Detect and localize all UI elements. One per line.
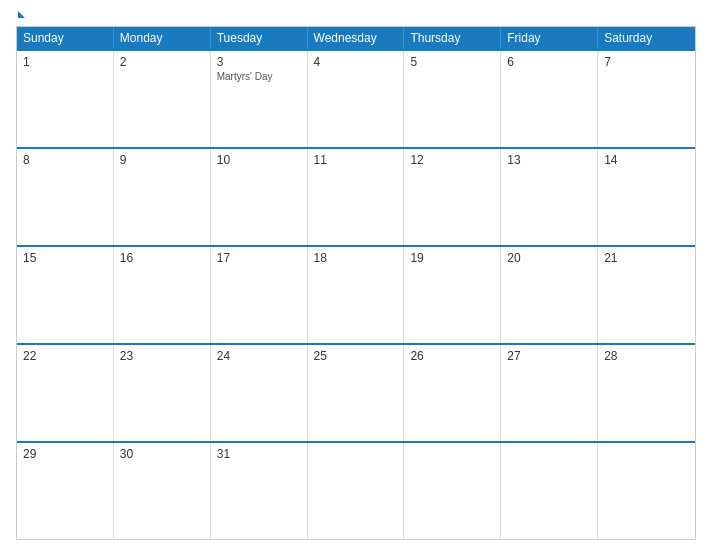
day-number: 25 [314, 349, 398, 363]
day-cell [404, 443, 501, 539]
day-number: 21 [604, 251, 689, 265]
day-number: 7 [604, 55, 689, 69]
day-cell: 19 [404, 247, 501, 343]
day-header-friday: Friday [501, 27, 598, 49]
day-cell: 27 [501, 345, 598, 441]
day-cell: 7 [598, 51, 695, 147]
week-row-4: 22232425262728 [17, 343, 695, 441]
day-header-tuesday: Tuesday [211, 27, 308, 49]
day-number: 3 [217, 55, 301, 69]
day-number: 11 [314, 153, 398, 167]
day-header-saturday: Saturday [598, 27, 695, 49]
day-cell: 12 [404, 149, 501, 245]
day-number: 8 [23, 153, 107, 167]
day-number: 28 [604, 349, 689, 363]
day-number: 13 [507, 153, 591, 167]
day-number: 1 [23, 55, 107, 69]
day-cell: 22 [17, 345, 114, 441]
day-number: 27 [507, 349, 591, 363]
day-cell: 9 [114, 149, 211, 245]
day-number: 17 [217, 251, 301, 265]
logo-line [16, 10, 25, 18]
day-headers-row: SundayMondayTuesdayWednesdayThursdayFrid… [17, 27, 695, 49]
calendar-header [16, 10, 696, 18]
day-cell: 16 [114, 247, 211, 343]
day-number: 15 [23, 251, 107, 265]
calendar-container: SundayMondayTuesdayWednesdayThursdayFrid… [0, 0, 712, 550]
day-number: 16 [120, 251, 204, 265]
day-cell: 31 [211, 443, 308, 539]
day-cell [598, 443, 695, 539]
day-cell: 14 [598, 149, 695, 245]
day-cell [501, 443, 598, 539]
day-cell: 24 [211, 345, 308, 441]
day-number: 24 [217, 349, 301, 363]
day-cell: 30 [114, 443, 211, 539]
day-number: 20 [507, 251, 591, 265]
day-cell: 28 [598, 345, 695, 441]
day-cell: 2 [114, 51, 211, 147]
day-cell: 8 [17, 149, 114, 245]
weeks-container: 123Martyrs' Day4567891011121314151617181… [17, 49, 695, 539]
day-header-sunday: Sunday [17, 27, 114, 49]
day-event: Martyrs' Day [217, 71, 301, 82]
day-number: 31 [217, 447, 301, 461]
day-cell: 29 [17, 443, 114, 539]
day-cell: 20 [501, 247, 598, 343]
week-row-3: 15161718192021 [17, 245, 695, 343]
day-cell: 25 [308, 345, 405, 441]
week-row-2: 891011121314 [17, 147, 695, 245]
day-header-wednesday: Wednesday [308, 27, 405, 49]
day-number: 29 [23, 447, 107, 461]
day-cell: 18 [308, 247, 405, 343]
day-number: 26 [410, 349, 494, 363]
day-header-thursday: Thursday [404, 27, 501, 49]
day-cell: 26 [404, 345, 501, 441]
day-number: 5 [410, 55, 494, 69]
day-header-monday: Monday [114, 27, 211, 49]
calendar-grid: SundayMondayTuesdayWednesdayThursdayFrid… [16, 26, 696, 540]
day-cell: 11 [308, 149, 405, 245]
day-number: 10 [217, 153, 301, 167]
day-number: 23 [120, 349, 204, 363]
day-cell: 15 [17, 247, 114, 343]
week-row-5: 293031 [17, 441, 695, 539]
logo-triangle-icon [18, 11, 25, 18]
day-number: 9 [120, 153, 204, 167]
day-number: 18 [314, 251, 398, 265]
day-cell: 5 [404, 51, 501, 147]
day-cell: 6 [501, 51, 598, 147]
day-number: 22 [23, 349, 107, 363]
day-cell: 10 [211, 149, 308, 245]
day-number: 19 [410, 251, 494, 265]
day-cell: 17 [211, 247, 308, 343]
day-cell: 23 [114, 345, 211, 441]
day-number: 2 [120, 55, 204, 69]
day-cell: 3Martyrs' Day [211, 51, 308, 147]
day-number: 30 [120, 447, 204, 461]
day-number: 12 [410, 153, 494, 167]
logo [16, 10, 25, 18]
day-number: 6 [507, 55, 591, 69]
day-number: 4 [314, 55, 398, 69]
day-cell: 4 [308, 51, 405, 147]
day-cell: 1 [17, 51, 114, 147]
day-cell: 13 [501, 149, 598, 245]
day-cell [308, 443, 405, 539]
day-number: 14 [604, 153, 689, 167]
week-row-1: 123Martyrs' Day4567 [17, 49, 695, 147]
day-cell: 21 [598, 247, 695, 343]
